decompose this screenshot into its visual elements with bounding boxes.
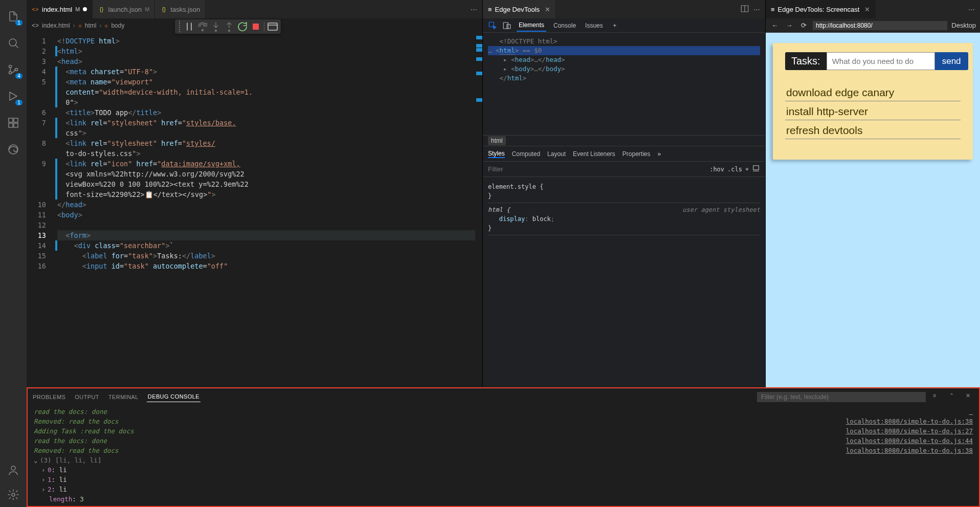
editor-tabs: <> index.html M {} launch.json M {} task… xyxy=(27,0,482,18)
css-value[interactable]: block xyxy=(532,215,551,223)
todo-item[interactable]: install http-server xyxy=(785,101,961,120)
back-icon[interactable]: ← xyxy=(770,20,780,31)
svg-rect-14 xyxy=(253,24,259,30)
dom-selected-indicator: == $0 xyxy=(519,47,542,54)
dom-breadcrumb[interactable]: html xyxy=(483,135,765,146)
tab-elements[interactable]: Elements xyxy=(517,19,546,32)
breadcrumb: <> index.html › ⟐ html › ⟐ body xyxy=(27,18,482,33)
dom-tree[interactable]: <!DOCTYPE html> … <html> == $0 ▸ <head>…… xyxy=(483,33,765,135)
device-toggle-icon[interactable] xyxy=(502,21,511,30)
add-rule-icon[interactable]: + xyxy=(745,166,749,173)
css-property[interactable]: display xyxy=(499,215,525,223)
reload-icon[interactable]: ⟳ xyxy=(798,20,809,31)
todo-app: Tasks: send download edge canaryinstall … xyxy=(773,43,973,160)
source-control-icon[interactable]: 4 xyxy=(1,57,26,82)
breadcrumb-item[interactable]: html xyxy=(488,136,506,145)
source-link[interactable]: localhost:8080/simple-to-do.js:38 xyxy=(830,446,973,455)
breadcrumb-item[interactable]: html xyxy=(85,22,97,29)
url-input[interactable] xyxy=(813,21,947,30)
tab-output[interactable]: OUTPUT xyxy=(74,392,100,402)
explorer-icon[interactable]: 1 xyxy=(1,4,26,29)
tab-issues[interactable]: Issues xyxy=(583,20,605,31)
more-actions-icon[interactable]: ⋯ xyxy=(968,6,975,13)
settings-gear-icon[interactable] xyxy=(1,482,26,507)
collapse-icon[interactable]: ⌃ xyxy=(949,392,959,402)
console-filter-input[interactable] xyxy=(757,392,926,402)
device-toolbar-icon[interactable] xyxy=(752,164,760,174)
forward-icon[interactable]: → xyxy=(784,20,794,31)
search-icon[interactable] xyxy=(1,31,26,55)
tab-styles[interactable]: Styles xyxy=(488,150,505,158)
wrap-lines-icon[interactable]: ≡ xyxy=(933,392,942,402)
pause-icon[interactable] xyxy=(183,20,195,33)
extensions-icon[interactable] xyxy=(1,111,26,135)
source-link[interactable]: localhost:8080/simple-to-do.js:44 xyxy=(830,436,973,446)
tab-label: tasks.json xyxy=(170,6,200,13)
tab-problems[interactable]: PROBLEMS xyxy=(32,392,66,402)
tab-console[interactable]: Console xyxy=(551,20,578,31)
hov-toggle[interactable]: :hov xyxy=(709,166,724,173)
send-button[interactable]: send xyxy=(935,52,968,70)
source-link[interactable]: localhost:8080/simple-to-do.js:27 xyxy=(830,426,973,436)
dom-node[interactable]: <!DOCTYPE html> xyxy=(500,37,558,45)
restart-icon[interactable] xyxy=(236,20,249,33)
tab-computed[interactable]: Computed xyxy=(512,150,540,158)
minimap[interactable] xyxy=(475,33,482,387)
tab-properties[interactable]: Properties xyxy=(622,150,651,158)
breadcrumb-file[interactable]: index.html xyxy=(42,22,70,29)
more-tabs-icon[interactable]: » xyxy=(658,150,661,158)
styles-filter-bar: :hov .cls + xyxy=(483,162,765,177)
cls-toggle[interactable]: .cls xyxy=(727,166,742,173)
step-over-icon[interactable] xyxy=(196,20,209,33)
screencast-tabs: ≡ Edge DevTools: Screencast ✕ ⋯ xyxy=(766,0,980,18)
bottom-panel: PROBLEMS OUTPUT TERMINAL DEBUG CONSOLE ≡… xyxy=(27,387,980,507)
close-panel-icon[interactable]: ✕ xyxy=(966,392,975,402)
task-input[interactable] xyxy=(827,52,935,70)
selector-text: html { xyxy=(488,206,510,213)
devtools-tabs: ≡ Edge DevTools ✕ ⋯ xyxy=(483,0,765,18)
tab-index-html[interactable]: <> index.html M xyxy=(27,0,93,18)
run-debug-icon[interactable]: 1 xyxy=(1,84,26,108)
ua-stylesheet-label: user agent stylesheet xyxy=(682,205,760,214)
code-editor[interactable]: 12345678910111213141516 <!DOCTYPE html><… xyxy=(27,33,482,387)
screencast-canvas[interactable]: Tasks: send download edge canaryinstall … xyxy=(766,33,980,387)
tab-launch-json[interactable]: {} launch.json M xyxy=(93,0,155,18)
tab-label: index.html xyxy=(42,6,72,13)
svg-rect-19 xyxy=(507,24,510,28)
close-icon[interactable]: ✕ xyxy=(545,6,550,13)
todo-item[interactable]: refresh devtools xyxy=(785,120,961,139)
styles-pane[interactable]: element.style { } user agent stylesheet … xyxy=(483,177,765,238)
split-editor-icon[interactable] xyxy=(740,4,749,15)
more-actions-icon[interactable]: ⋯ xyxy=(471,6,477,13)
svg-point-11 xyxy=(202,30,204,31)
tab-terminal[interactable]: TERMINAL xyxy=(107,392,140,402)
stop-icon[interactable] xyxy=(250,20,262,33)
svg-point-10 xyxy=(12,493,15,496)
step-into-icon[interactable] xyxy=(210,20,222,33)
tab-debug-console[interactable]: DEBUG CONSOLE xyxy=(147,391,201,402)
tab-event-listeners[interactable]: Event Listeners xyxy=(573,150,615,158)
device-select[interactable]: Desktop xyxy=(951,21,976,29)
tab-tasks-json[interactable]: {} tasks.json xyxy=(155,0,206,18)
tab-screencast[interactable]: ≡ Edge DevTools: Screencast ✕ xyxy=(766,0,876,18)
dirty-dot-icon xyxy=(83,7,87,11)
styles-filter-input[interactable] xyxy=(488,165,706,173)
open-browser-icon[interactable] xyxy=(266,20,279,33)
close-icon[interactable]: ✕ xyxy=(864,6,870,13)
todo-item[interactable]: download edge canary xyxy=(785,82,961,101)
edge-icon[interactable] xyxy=(1,137,26,162)
grip-icon[interactable] xyxy=(177,21,182,32)
svg-point-12 xyxy=(215,30,217,32)
tab-edge-devtools[interactable]: ≡ Edge DevTools ✕ xyxy=(483,0,556,18)
accounts-icon[interactable] xyxy=(1,458,26,482)
html-file-icon: <> xyxy=(32,6,39,13)
source-link[interactable]: localhost:8080/simple-to-do.js:38 xyxy=(830,416,973,426)
inspect-element-icon[interactable] xyxy=(488,21,497,30)
breadcrumb-item[interactable]: body xyxy=(111,22,124,29)
tab-layout[interactable]: Layout xyxy=(547,150,566,158)
more-actions-icon[interactable]: ⋯ xyxy=(753,6,760,13)
step-out-icon[interactable] xyxy=(223,20,235,33)
brace: } xyxy=(488,191,760,201)
svg-point-9 xyxy=(11,466,15,470)
add-tab-icon[interactable]: + xyxy=(610,21,619,30)
